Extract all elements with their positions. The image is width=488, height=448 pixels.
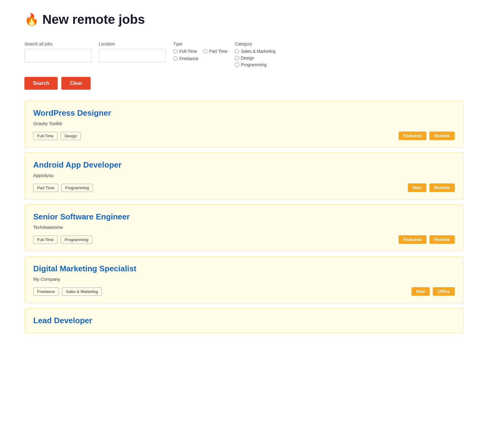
search-button[interactable]: Search: [24, 77, 58, 90]
partial-job-card[interactable]: Lead Developer: [24, 308, 464, 333]
type-label: Type: [173, 42, 228, 46]
category-sales-radio[interactable]: Sales & Marketing: [235, 49, 276, 54]
category-radio-group: Sales & Marketing Design Programming: [235, 49, 276, 67]
job-card[interactable]: Digital Marketing SpecialistMy CompanyFr…: [24, 256, 464, 303]
job-tag: Freelance: [33, 287, 59, 296]
job-badges: NewOffice: [411, 287, 455, 296]
job-company: Gravity Toolkit: [33, 121, 455, 126]
job-company: Apps4you: [33, 173, 455, 178]
category-sales-label: Sales & Marketing: [241, 49, 276, 54]
search-jobs-input[interactable]: [24, 49, 92, 62]
job-company: My Company: [33, 276, 455, 282]
partial-job-title: Lead Developer: [33, 316, 455, 325]
job-tags: Full-TimeDesign: [33, 132, 81, 140]
type-freelance-label: Freelance: [179, 56, 198, 61]
type-radio-row-1: Full-Time Part Time: [173, 49, 228, 54]
location-label: Location: [99, 42, 166, 46]
type-parttime-input[interactable]: [203, 49, 207, 53]
job-badge-new: New: [411, 287, 430, 296]
category-design-input[interactable]: [235, 56, 239, 60]
type-fulltime-label: Full-Time: [179, 49, 197, 54]
job-title: Digital Marketing Specialist: [33, 264, 455, 273]
job-tag: Part Time: [33, 184, 58, 192]
category-label: Category: [235, 42, 276, 46]
job-badge-featured: Featured: [399, 235, 426, 244]
job-badges: FeaturedRemote: [399, 235, 455, 244]
type-parttime-label: Part Time: [209, 49, 228, 54]
job-tag: Design: [61, 132, 81, 140]
job-badge-new: New: [408, 183, 426, 192]
jobs-list: WordPress DesignerGravity ToolkitFull-Ti…: [24, 101, 464, 303]
category-design-radio[interactable]: Design: [235, 56, 276, 60]
job-badge-office: Office: [433, 287, 455, 296]
job-badges: NewRemote: [408, 183, 455, 192]
type-field-group: Type Full-Time Part Time Freelance: [173, 42, 228, 61]
category-field-group: Category Sales & Marketing Design Progra…: [235, 42, 276, 67]
type-fulltime-input[interactable]: [173, 49, 178, 53]
job-tags: FreelanceSales & Marketing: [33, 287, 102, 296]
category-design-label: Design: [241, 56, 254, 60]
type-radio-group: Full-Time Part Time Freelance: [173, 49, 228, 61]
category-sales-input[interactable]: [235, 49, 239, 53]
page-header: 🔥 New remote jobs: [24, 12, 464, 27]
location-input[interactable]: [99, 49, 166, 62]
job-footer: Full-TimeDesignFeaturedRemote: [33, 132, 455, 140]
type-parttime-radio[interactable]: Part Time: [203, 49, 228, 54]
job-tag: Full-Time: [33, 236, 58, 244]
search-jobs-label: Search all jobs: [24, 42, 92, 46]
job-badge-featured: Featured: [399, 132, 426, 140]
job-title: Senior Software Engineer: [33, 212, 455, 222]
job-card[interactable]: WordPress DesignerGravity ToolkitFull-Ti…: [24, 101, 464, 148]
job-badge-remote: Remote: [429, 183, 455, 192]
clear-button[interactable]: Clear: [61, 77, 91, 90]
search-section: Search all jobs Location Type Full-Time …: [24, 42, 464, 67]
job-footer: FreelanceSales & MarketingNewOffice: [33, 287, 455, 296]
page-title: New remote jobs: [42, 12, 145, 27]
job-title: Android App Developer: [33, 160, 455, 170]
job-tag: Full-Time: [33, 132, 58, 140]
category-programming-radio[interactable]: Programming: [235, 62, 276, 67]
job-footer: Full-TimeProgrammingFeaturedRemote: [33, 235, 455, 244]
job-tags: Part TimeProgramming: [33, 184, 93, 192]
job-card[interactable]: Android App DeveloperApps4youPart TimePr…: [24, 153, 464, 200]
job-card[interactable]: Senior Software EngineerTechAwesomeFull-…: [24, 204, 464, 251]
job-tag: Sales & Marketing: [62, 287, 102, 296]
job-tags: Full-TimeProgramming: [33, 236, 92, 244]
location-field-group: Location: [99, 42, 166, 62]
job-badge-remote: Remote: [429, 235, 455, 244]
job-footer: Part TimeProgrammingNewRemote: [33, 183, 455, 192]
buttons-section: Search Clear: [24, 77, 464, 90]
type-fulltime-radio[interactable]: Full-Time: [173, 49, 197, 54]
job-title: WordPress Designer: [33, 108, 455, 118]
job-company: TechAwesome: [33, 225, 455, 230]
job-badge-remote: Remote: [429, 132, 455, 140]
job-tag: Programming: [61, 236, 92, 244]
job-badges: FeaturedRemote: [399, 132, 455, 140]
job-tag: Programming: [61, 184, 93, 192]
type-radio-row-2: Freelance: [173, 56, 228, 61]
category-programming-input[interactable]: [235, 63, 239, 67]
type-freelance-input[interactable]: [173, 56, 178, 61]
search-jobs-field-group: Search all jobs: [24, 42, 92, 62]
category-programming-label: Programming: [241, 62, 267, 67]
fire-icon: 🔥: [24, 13, 39, 26]
type-freelance-radio[interactable]: Freelance: [173, 56, 198, 61]
